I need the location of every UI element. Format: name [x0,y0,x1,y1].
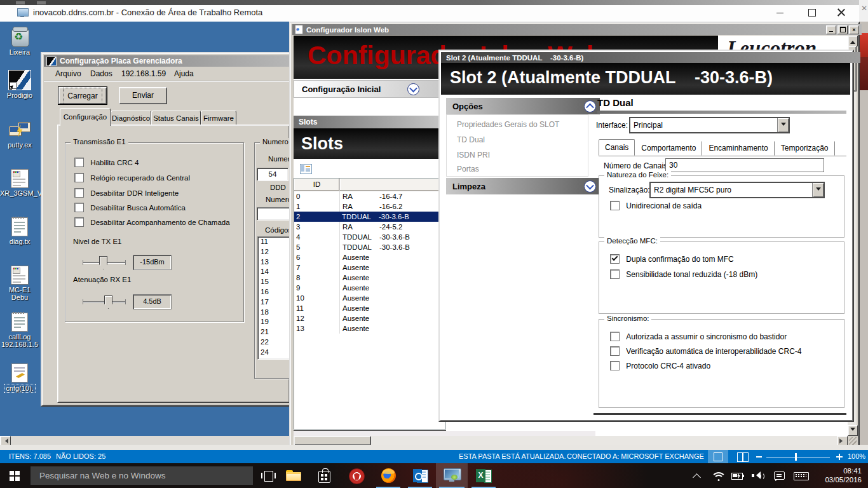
carregar-button[interactable]: Carregar [58,87,107,104]
codigo-item[interactable]: 14 [261,267,290,277]
zoom-out-icon[interactable] [756,456,762,458]
firefox-button[interactable] [374,463,403,488]
desktop-icon-prodigio[interactable]: Prodigio [0,70,39,99]
resize-grip[interactable] [849,437,857,445]
combo-arrow-icon[interactable] [812,183,824,197]
tab-canais[interactable]: Canais [599,139,635,156]
keyboard-icon[interactable] [794,472,809,480]
slot-row[interactable]: 0 RA -16-4.7 [294,191,445,201]
menu-arquivo[interactable]: Arquivo [55,69,81,78]
codigo-item[interactable]: 19 [261,317,290,327]
slot-row[interactable]: 12 Ausente [294,313,445,323]
view-normal-button[interactable] [708,450,728,463]
numero-input[interactable]: 54 [257,168,288,181]
security-app-button[interactable] [342,463,370,488]
browser-titlebar[interactable]: e Configurador Islon Web × [292,24,862,35]
combo-arrow-icon[interactable] [777,118,789,132]
checkbox-relogio-central[interactable] [74,173,84,182]
desktop-icon-cnfg[interactable]: cnfg(10). [0,363,39,393]
codigo-item[interactable]: 24 [261,348,290,358]
rdp-hscrollbar[interactable] [0,436,289,445]
codigo-item[interactable]: 22 [261,337,290,348]
slot-row[interactable]: 1 RA -16-6.2 [294,201,445,212]
tab-temporizacao[interactable]: Temporização [775,141,835,156]
rdp-taskbar-button[interactable] [436,463,468,488]
slots-section-header[interactable]: Slots [294,116,446,128]
codigo-item[interactable]: 18 [261,308,290,318]
browser-maximize-icon[interactable] [837,25,848,34]
checkbox-busca-automatica[interactable] [74,203,84,212]
column-header-blank[interactable] [340,179,445,191]
checkbox-acompanhamento[interactable] [74,217,84,227]
tab-configuracao[interactable]: Configuração [60,108,111,126]
maximize-icon[interactable] [808,9,816,17]
speaker-icon[interactable] [752,471,763,480]
tray-clock[interactable]: 08:41 03/05/2016 [816,466,862,485]
desktop-icon-diag[interactable]: diag.tx [0,217,39,245]
task-view-button[interactable] [255,463,281,488]
slot-row[interactable]: 5 TDDUAL -30-3.6-B [294,242,445,252]
zoom-percent[interactable]: 100% [848,452,865,460]
sinalizacao-combobox[interactable]: R2 digital MFC5C puro [649,182,825,198]
slot-row[interactable]: 7 Ausente [294,262,445,273]
codigos-listbox[interactable]: 11 12 13 14 15 16 17 18 19 21 22 24 [257,236,290,360]
nav-item-propriedades[interactable]: Propriedades Gerais do SLOT [457,120,559,129]
chevron-up-icon[interactable] [584,100,596,112]
nav-item-tddual[interactable]: TD Dual [457,135,485,144]
desktop-icon-lixeira[interactable]: ♻ Lixeira [0,27,39,56]
checkbox-dupla-confirmacao[interactable] [610,254,620,264]
wifi-icon[interactable] [712,471,725,481]
battery-icon[interactable] [731,473,744,479]
file-explorer-button[interactable] [281,463,306,488]
slot2-titlebar[interactable]: Slot 2 (Atualmente TDDUAL -30-3.6-B) [441,52,860,63]
slot-row[interactable]: 4 TDDUAL -30-3.6-B [294,232,445,242]
slot-row[interactable]: 10 Ausente [294,293,445,303]
numero2-input[interactable] [257,207,291,220]
enviar-button[interactable]: Enviar [119,87,167,104]
chevron-down-icon[interactable] [407,83,419,95]
scroll-up-icon[interactable] [848,36,858,46]
slot-row[interactable]: 8 Ausente [294,273,445,283]
checkbox-protocolo-crc4[interactable] [610,361,620,370]
codigo-item[interactable]: 16 [261,287,290,297]
taskbar-search[interactable]: Pesquisar na Web e no Windows [31,466,253,485]
slot-row[interactable]: 6 Ausente [294,252,445,262]
menu-ajuda[interactable]: Ajuda [174,69,194,78]
slot-row[interactable]: 13 Ausente [294,323,445,334]
codigo-item[interactable]: 21 [261,327,290,337]
codigo-item[interactable]: 17 [261,297,290,308]
zoom-in-icon[interactable] [836,454,843,460]
tray-chevron-icon[interactable] [694,473,700,480]
codigo-item[interactable]: 15 [261,277,290,287]
column-header-id[interactable]: ID [294,179,340,191]
chevron-down-icon[interactable] [584,180,596,193]
outlook-button[interactable] [405,463,435,488]
nav-item-portas[interactable]: Portas [457,165,479,173]
browser-hscrollbar[interactable] [294,436,848,445]
nav-item-isdnpri[interactable]: ISDN PRI [457,151,490,159]
checkbox-habilita-crc4[interactable] [74,158,84,167]
checkbox-sensibilidade[interactable] [610,269,620,279]
reading-view-icon[interactable] [737,452,749,462]
slot-row[interactable]: 9 Ausente [294,283,445,293]
start-button[interactable] [0,463,29,488]
scroll-down-icon[interactable] [848,425,858,436]
numero-canais-input[interactable]: 30 [665,158,824,172]
action-center-icon[interactable] [774,471,785,480]
limpeza-header[interactable]: Limpeza [446,178,600,194]
hscroll-thumb[interactable] [294,436,371,445]
menu-dados[interactable]: Dados [90,69,112,78]
desktop-icon-mce1[interactable]: MC-E1 Debu [0,266,39,301]
slot-row[interactable]: 3 RA -24-5.2 [294,222,445,232]
store-button[interactable] [311,463,337,488]
checkbox-ddr-inteligente[interactable] [74,188,84,198]
codigo-item[interactable]: 11 [261,237,290,247]
zoom-slider-track[interactable] [766,457,830,458]
checkbox-verificacao-crc4[interactable] [610,346,620,356]
slot-row-selected[interactable]: 2 TDDUAL -30-3.6-B [294,212,445,222]
excel-button[interactable]: X [469,463,498,488]
config-window-titlebar[interactable]: Configuração Placa Gerenciadora [44,55,295,67]
menu-ip[interactable]: 192.168.1.59 [121,69,166,78]
interface-combobox[interactable]: Principal [629,117,790,133]
codigo-item[interactable]: 12 [261,247,290,257]
